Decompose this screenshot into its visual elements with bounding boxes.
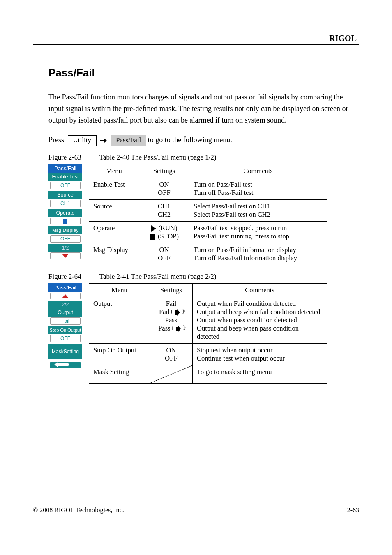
table-row: Enable Test ON OFF Turn on Pass/Fail tes… [89, 178, 327, 199]
side-menu-page-indicator: 2/2 [48, 301, 82, 308]
speaker-icon: )) [176, 326, 184, 332]
divider-top [33, 44, 359, 45]
cell-settings-empty [150, 365, 193, 383]
comment-line: Turn off Pass/Fail information display [194, 254, 323, 262]
side-menu-source-val: CH1 [50, 200, 81, 207]
press-instruction: Press Utility Pass/Fail to go to the fol… [48, 135, 358, 146]
divider-bottom [33, 500, 359, 500]
footer-page-number: 2-63 [347, 506, 359, 514]
setting-fail: Fail [154, 300, 188, 308]
setting-off: OFF [143, 189, 185, 197]
setting-fail-beep: Fail+)) [154, 308, 188, 316]
side-menu-page-indicator: 1/2 [48, 244, 82, 252]
table-row: Source CH1 CH2 Select Pass/Fail test on … [89, 199, 327, 221]
side-menu-enable: Enable Test [48, 173, 82, 181]
menu-table-page2: Menu Settings Comments Output Fail Fail+… [89, 283, 327, 384]
side-menu-operate: Operate [48, 209, 82, 217]
cell-comments: Pass/Fail test stopped, press to run Pas… [189, 221, 327, 243]
cell-menu: Operate [89, 221, 139, 243]
press-tail: to go to the following menu. [148, 136, 232, 144]
comment-line: Pass/Fail test stopped, press to run [194, 224, 323, 232]
setting-pass-beep: Pass+)) [154, 324, 188, 333]
passfail-softkey: Pass/Fail [111, 135, 146, 146]
cell-menu: Mask Setting [89, 365, 150, 383]
stop-label: (STOP) [158, 232, 179, 240]
setting-on: ON [154, 346, 188, 354]
intro-paragraph: The Pass/Fail function monitors changes … [48, 92, 358, 126]
footer-copyright: © 2008 RIGOL Technologies, Inc. [33, 506, 124, 514]
table-row: Msg Display ON OFF Turn on Pass/Fail inf… [89, 243, 327, 265]
cell-menu: Msg Display [89, 243, 139, 265]
side-menu-output-val: Fail [50, 317, 81, 325]
side-menu-title: Pass/Fail [48, 164, 82, 173]
table-header-row: Menu Settings Comments [89, 283, 327, 297]
table-row: Output Fail Fail+)) Pass Pass+)) Output … [89, 297, 327, 343]
side-menu-stoponoutput: Stop On Output [48, 326, 82, 334]
table-row: Mask Setting To go to mask setting menu [89, 365, 327, 383]
cell-comments: Turn on Pass/Fail test Turn off Pass/Fai… [189, 178, 327, 199]
side-menu-masksetting: MaskSetting [48, 344, 82, 359]
comment-line: Turn off Pass/Fail test [194, 189, 323, 197]
run-label: (RUN) [159, 224, 178, 232]
comment-line: Continue test when output occur [197, 354, 323, 363]
side-menu-title: Pass/Fail [48, 283, 82, 292]
svg-line-0 [150, 365, 192, 383]
th-comments: Comments [189, 164, 327, 178]
cell-settings: (RUN) (STOP) [139, 221, 189, 243]
setting-ch1: CH1 [143, 202, 185, 210]
cell-menu: Enable Test [89, 178, 139, 199]
cell-menu: Stop On Output [89, 343, 150, 365]
cell-comments: Select Pass/Fail test on CH1 Select Pass… [189, 199, 327, 221]
fail-beep-label: Fail+ [159, 308, 173, 316]
setting-ch2: CH2 [143, 210, 185, 219]
setting-pass: Pass [154, 316, 188, 324]
setting-on: ON [143, 246, 185, 254]
th-menu: Menu [89, 164, 139, 178]
th-menu: Menu [89, 283, 150, 297]
cell-settings: Fail Fail+)) Pass Pass+)) [150, 297, 193, 343]
cell-settings: ON OFF [139, 178, 189, 199]
side-menu-source: Source [48, 191, 82, 199]
comment-line: Output and beep when fail condition dete… [197, 308, 323, 316]
table-row: Operate (RUN) (STOP) Pass/Fail test stop… [89, 221, 327, 243]
table-caption-1: Table 2-40 The Pass/Fail menu (page 1/2) [99, 153, 217, 161]
cell-comments: Stop test when output occur Continue tes… [193, 343, 327, 365]
comment-line: Select Pass/Fail test on CH2 [194, 210, 323, 219]
side-menu-stoponoutput-val: OFF [50, 335, 81, 342]
figure-number-1: Figure 2-63 [48, 153, 81, 161]
comment-line: Output when Fail condition detected [197, 300, 323, 308]
press-lead: Press [48, 136, 64, 144]
menu-down-icon [50, 252, 81, 259]
cell-menu: Source [89, 199, 139, 221]
side-menu-msgdisplay-val: OFF [50, 235, 81, 243]
table-caption-2: Table 2-41 The Pass/Fail menu (page 2/2) [99, 273, 217, 280]
pass-beep-label: Pass+ [158, 324, 174, 332]
figure-caption-1: Figure 2-63 Table 2-40 The Pass/Fail men… [48, 153, 358, 162]
diagonal-line-icon [150, 365, 192, 383]
menu-up-icon [50, 293, 81, 299]
figure-caption-2: Figure 2-64 Table 2-41 The Pass/Fail men… [48, 273, 358, 281]
menu-table-page1: Menu Settings Comments Enable Test ON OF… [89, 164, 327, 265]
setting-off: OFF [143, 254, 185, 262]
setting-run: (RUN) [143, 224, 185, 232]
comment-line: Output and beep when pass condition dete… [197, 324, 323, 341]
side-menu-operate-val [50, 218, 81, 224]
arrow-right-icon [100, 139, 107, 143]
footer: © 2008 RIGOL Technologies, Inc. 2-63 [33, 506, 359, 514]
setting-off: OFF [154, 354, 188, 363]
cell-settings: ON OFF [139, 243, 189, 265]
comment-line: Select Pass/Fail test on CH1 [194, 202, 323, 210]
table-header-row: Menu Settings Comments [89, 164, 327, 178]
page-title: Pass/Fail [48, 67, 358, 79]
stop-icon [150, 234, 155, 240]
speaker-icon: )) [175, 309, 183, 316]
utility-hardkey: Utility [68, 135, 97, 146]
cell-menu: Output [89, 297, 150, 343]
play-icon [151, 225, 156, 232]
cell-comments: Turn on Pass/Fail information display Tu… [189, 243, 327, 265]
brand-text: RIGOL [329, 34, 357, 43]
cell-settings: ON OFF [150, 343, 193, 365]
side-menu-enable-val: OFF [50, 182, 81, 189]
table-row: Stop On Output ON OFF Stop test when out… [89, 343, 327, 365]
cell-settings: CH1 CH2 [139, 199, 189, 221]
